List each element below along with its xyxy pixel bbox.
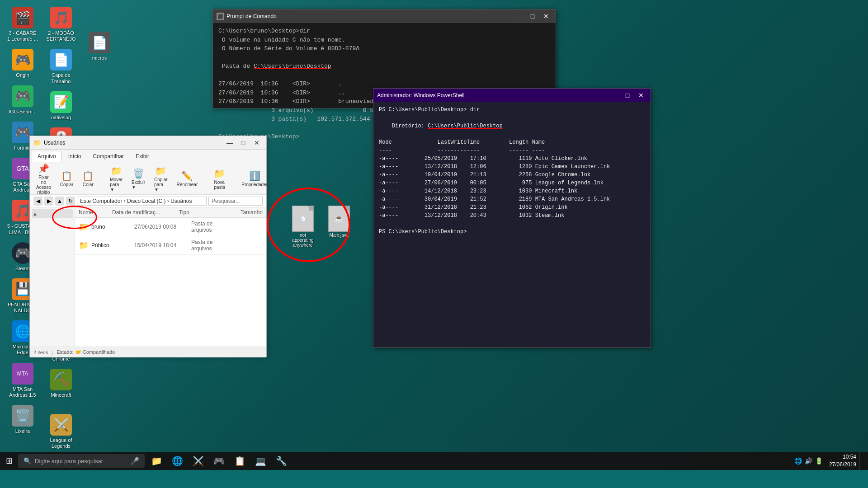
tray-volume-icon[interactable]: 🔊 bbox=[805, 457, 812, 465]
search-input[interactable] bbox=[208, 197, 263, 206]
folder-icon-bruno: 📁 bbox=[79, 222, 89, 232]
forward-button[interactable]: ▶ bbox=[44, 197, 53, 206]
desktop-icon-mta[interactable]: MTA MTA San Andreas 1.5 bbox=[5, 361, 41, 400]
explorer-statusbar: 2 itens | Estado: 🤝 Compartilhado bbox=[30, 347, 266, 357]
explorer-addressbar: ◀ ▶ ▲ ↻ Este Computador › Disco Local (C… bbox=[30, 195, 266, 207]
ribbon-pin-button[interactable]: 📌 Fixar noAcesso rápido bbox=[33, 161, 54, 197]
desktop-icon-capa[interactable]: 📄 Capa de Trabalho bbox=[43, 47, 79, 86]
ribbon-paste-button[interactable]: 📋 Colar bbox=[80, 169, 96, 189]
taskbar-search-input[interactable] bbox=[35, 458, 127, 465]
ps-close-button[interactable]: ✕ bbox=[635, 90, 647, 100]
file-row-bruno[interactable]: 📁 bruno 27/06/2019 00:08 Pasta de arquiv… bbox=[75, 218, 266, 236]
back-button[interactable]: ◀ bbox=[33, 197, 42, 206]
copy-icon: 📋 bbox=[61, 170, 72, 181]
newfolder-icon: 📁 bbox=[214, 168, 225, 179]
cmd-close-button[interactable]: ✕ bbox=[540, 11, 552, 21]
ps-line-4 bbox=[379, 130, 645, 138]
tab-compartilhar[interactable]: Compartilhar bbox=[87, 151, 129, 161]
cmd-maximize-button[interactable]: □ bbox=[527, 11, 538, 21]
cmd-line-5: Pasta de C:\Users\bruno\Desktop bbox=[218, 62, 550, 71]
taskbar-tray: 🌐 🔊 🔋 10:54 27/06/2019 bbox=[789, 452, 868, 470]
cmd-minimize-button[interactable]: — bbox=[513, 11, 525, 21]
address-part-1: Este Computador bbox=[80, 198, 122, 204]
taskbar-app7[interactable]: 🔧 bbox=[271, 452, 291, 470]
file-row-publico[interactable]: 📁 Público 15/04/2019 18:04 Pasta de arqu… bbox=[75, 236, 266, 255]
ps-line-7: -a---- 25/05/2019 17:10 1119 Auto Clicke… bbox=[379, 155, 645, 163]
explorer-titlebar[interactable]: 📁 Usuários — □ ✕ bbox=[30, 136, 266, 150]
col-header-name: Nome bbox=[79, 209, 112, 216]
taskbar-chrome[interactable]: 🌐 bbox=[167, 452, 187, 470]
ps-line-15 bbox=[379, 220, 645, 228]
explorer-window-controls: — □ ✕ bbox=[224, 138, 263, 148]
col-header-size: Tamanho bbox=[229, 209, 263, 216]
taskbar-app6[interactable]: 💻 bbox=[250, 452, 270, 470]
desktop-icon-origin[interactable]: 🎮 Origin bbox=[5, 47, 41, 80]
tray-clock[interactable]: 10:54 27/06/2019 bbox=[829, 453, 856, 469]
desktop-file-not-appearing[interactable]: 📄 notapperatinganywhere bbox=[285, 203, 321, 250]
ribbon-copy-button[interactable]: 📋 Copiar bbox=[57, 169, 76, 189]
tab-arquivo[interactable]: Arquivo bbox=[32, 151, 62, 162]
desktop-icon-igg[interactable]: 🎮 IGG-Beam... bbox=[5, 83, 41, 117]
ps-titlebar[interactable]: Administrador: Windows PowerShell — □ ✕ bbox=[373, 89, 651, 102]
ps-line-11: -a---- 14/12/2018 23:23 1030 Minecraft.l… bbox=[379, 187, 645, 195]
ribbon-delete-button[interactable]: 🗑️ Excluir ▼ bbox=[129, 166, 148, 192]
col-header-type: Tipo bbox=[179, 209, 229, 216]
taskbar-app5[interactable]: 📋 bbox=[230, 452, 250, 470]
sidebar-scroll-up[interactable]: ▲ bbox=[32, 209, 73, 218]
ps-line-13: -a---- 31/12/2018 21:23 1062 Origin.lnk bbox=[379, 203, 645, 211]
desktop-icon-nativelog[interactable]: 📝 nativelog bbox=[43, 89, 79, 123]
file-label-not-appearing: notapperatinganywhere bbox=[292, 233, 313, 248]
file-type-publico: Pasta de arquivos bbox=[191, 239, 234, 252]
start-button[interactable]: ⊞ bbox=[0, 452, 18, 470]
address-path[interactable]: Este Computador › Disco Local (C:) › Usu… bbox=[77, 197, 207, 206]
taskbar-lol[interactable]: ⚔️ bbox=[188, 452, 208, 470]
icon-label-cabare: 3 - CABARÉ 1 Leonardo ... bbox=[7, 30, 38, 42]
refresh-button[interactable]: ↻ bbox=[66, 197, 75, 206]
show-desktop-button[interactable] bbox=[859, 452, 863, 470]
col-header-date: Data de modificaç... bbox=[112, 209, 179, 216]
mic-icon: 🎤 bbox=[130, 457, 139, 465]
desktop-file-mainjava[interactable]: ☕ Main.java bbox=[321, 203, 357, 240]
desktop-icon-cabare[interactable]: 🎬 3 - CABARÉ 1 Leonardo ... bbox=[5, 5, 41, 44]
ribbon-newfolder-button[interactable]: 📁 Novapasta bbox=[211, 166, 228, 192]
icon-label-capa: Capa de Trabalho bbox=[45, 72, 77, 84]
tab-exibir[interactable]: Exibir bbox=[130, 151, 155, 161]
tab-inicio[interactable]: Início bbox=[63, 151, 87, 161]
desktop-icon-minecraft[interactable]: ⛏️ Minecraft bbox=[43, 366, 79, 400]
explorer-title: Usuários bbox=[44, 140, 224, 146]
desktop-icon-modao[interactable]: 🎵 2 - MODÃO SERTANEJO bbox=[43, 5, 79, 44]
ribbon-copyto-button[interactable]: 📁 Copiar para ▼ bbox=[151, 164, 170, 194]
ps-line-9: -a---- 19/04/2019 21:13 2258 Google Chro… bbox=[379, 171, 645, 179]
ribbon-move-button[interactable]: 📁 Mover para ▼ bbox=[107, 164, 125, 194]
cmd-titlebar[interactable]: ⬛ Prompt de Comando — □ ✕ bbox=[213, 9, 556, 23]
icon-label-modao: 2 - MODÃO SERTANEJO bbox=[45, 30, 77, 42]
explorer-minimize-button[interactable]: — bbox=[224, 138, 236, 148]
desktop-icon-micros[interactable]: 📄 micros bbox=[81, 29, 118, 63]
file-date-bruno: 27/06/2019 00:08 bbox=[134, 224, 191, 230]
ps-line-6: ---- ------------- ------ ---- bbox=[379, 146, 645, 155]
tray-time: 10:54 bbox=[829, 453, 856, 461]
desktop-files-area: 📄 notapperatinganywhere ☕ Main.java bbox=[262, 181, 375, 271]
file-icon-mainjava: ☕ bbox=[328, 206, 350, 232]
explorer-close-button[interactable]: ✕ bbox=[251, 138, 263, 148]
tray-date: 27/06/2019 bbox=[829, 461, 856, 469]
ps-maximize-button[interactable]: □ bbox=[622, 90, 633, 100]
up-button[interactable]: ▲ bbox=[55, 197, 64, 206]
ps-minimize-button[interactable]: — bbox=[608, 90, 620, 100]
ribbon-rename-button[interactable]: ✏️ Renomear bbox=[174, 169, 201, 189]
taskbar-file-explorer[interactable]: 📁 bbox=[146, 452, 166, 470]
status-separator: | bbox=[52, 350, 53, 355]
ps-content: PS C:\Users\Public\Desktop> dir Diretóri… bbox=[373, 102, 651, 239]
ribbon-paste-label: Colar bbox=[83, 182, 94, 187]
desktop: 🎬 3 - CABARÉ 1 Leonardo ... 🎮 Origin 🎮 I… bbox=[0, 0, 868, 470]
icon-label-origin: Origin bbox=[16, 72, 29, 78]
explorer-maximize-button[interactable]: □ bbox=[237, 138, 249, 148]
tray-battery-icon[interactable]: 🔋 bbox=[815, 457, 823, 465]
desktop-icon-lixeira[interactable]: 🗑️ Lixeira bbox=[5, 403, 41, 436]
desktop-icon-lol[interactable]: ⚔️ League of Legends bbox=[43, 412, 79, 451]
tray-network-icon[interactable]: 🌐 bbox=[794, 457, 802, 465]
taskbar-search-box[interactable]: 🔍 🎤 bbox=[18, 454, 145, 468]
icon-label-mta: MTA San Andreas 1.5 bbox=[7, 386, 38, 398]
file-name-publico: Público bbox=[91, 242, 134, 249]
taskbar-app4[interactable]: 🎮 bbox=[209, 452, 229, 470]
